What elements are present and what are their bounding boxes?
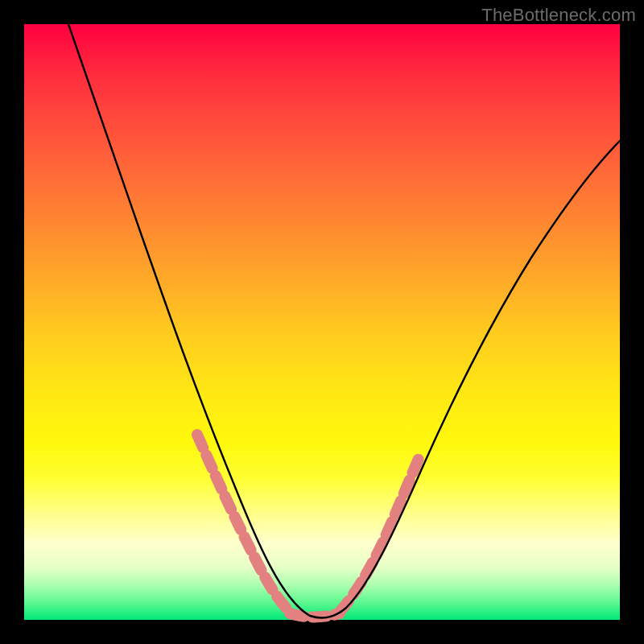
bottleneck-curve [68,24,620,618]
watermark-text: TheBottleneck.com [481,5,636,26]
highlight-left [197,435,290,612]
outer-frame: TheBottleneck.com [0,0,644,644]
highlight-right [340,455,420,612]
curve-layer [24,24,620,620]
